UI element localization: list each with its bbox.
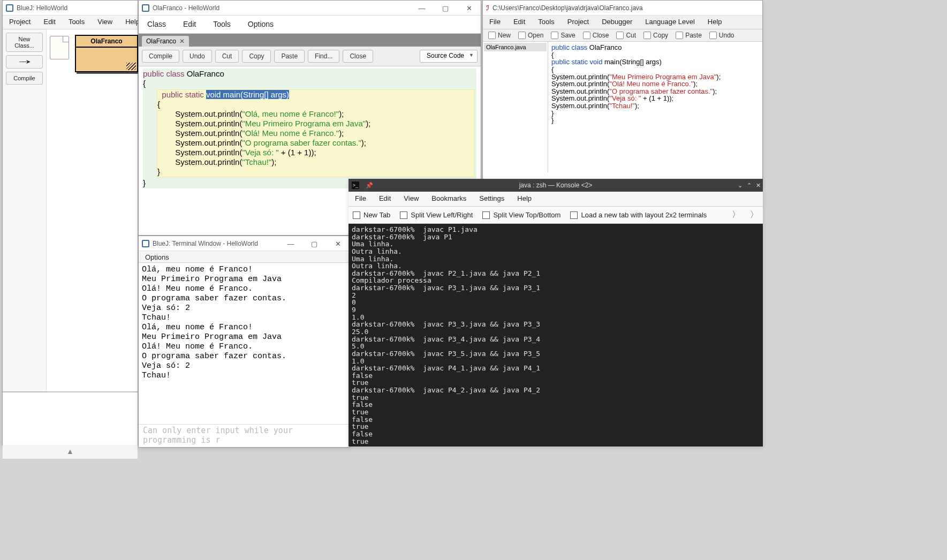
sidebar: New Class... ──➤ Compile xyxy=(3,29,47,443)
menu-view[interactable]: View xyxy=(91,16,119,29)
class-diagram-canvas[interactable]: OlaFranco xyxy=(47,29,138,443)
pin-icon[interactable]: 📌 xyxy=(366,182,373,189)
close-button[interactable]: ✕ xyxy=(756,182,761,189)
file-row[interactable]: OlaFranco.java xyxy=(484,43,547,51)
open-button[interactable]: Open xyxy=(518,32,543,39)
brace: { xyxy=(551,51,759,59)
app-icon xyxy=(142,240,149,247)
minimize-button[interactable]: — xyxy=(410,1,434,16)
menu-edit[interactable]: Edit xyxy=(37,16,62,29)
undo-button[interactable]: Undo xyxy=(709,32,734,39)
titlebar[interactable]: BlueJ: Terminal Window - HelloWorld — ▢ … xyxy=(139,236,350,251)
copy-icon xyxy=(643,32,651,39)
window-title: C:\Users\Franco\Desktop\java\drjava\OlaF… xyxy=(493,4,643,12)
menu-options[interactable]: Options xyxy=(139,251,176,262)
menubar: File Edit Tools Project Debugger Languag… xyxy=(483,16,762,29)
copy-button[interactable]: Copy xyxy=(242,50,271,63)
copy-button[interactable]: Copy xyxy=(643,32,668,39)
menu-settings[interactable]: Settings xyxy=(473,192,511,206)
menubar: Options xyxy=(139,251,350,263)
codepad[interactable] xyxy=(3,391,138,445)
close-button[interactable]: Close xyxy=(583,32,609,39)
new-tab-button[interactable]: New Tab xyxy=(353,211,390,219)
terminal-output[interactable]: darkstar-6700k% javac P1.java darkstar-6… xyxy=(349,224,763,447)
brace: { xyxy=(157,100,474,109)
label: Save xyxy=(560,32,575,39)
new-button[interactable]: New xyxy=(488,32,511,39)
menu-edit[interactable]: Edit xyxy=(507,16,532,29)
bluej-project-window: BlueJ: HelloWorld Project Edit Tools Vie… xyxy=(2,0,138,445)
menu-edit[interactable]: Edit xyxy=(175,16,204,33)
code-editor[interactable]: public class OlaFranco { public static v… xyxy=(548,42,762,172)
scissors-icon xyxy=(616,32,624,39)
close-button[interactable]: ✕ xyxy=(326,236,350,251)
split-lr-button[interactable]: Split View Left/Right xyxy=(400,211,473,219)
code-editor[interactable]: public class OlaFranco { public static v… xyxy=(139,66,481,191)
expr: + (1 + 1)); xyxy=(279,148,316,157)
split-tb-icon xyxy=(482,211,490,219)
menu-debugger[interactable]: Debugger xyxy=(595,16,639,29)
menu-project[interactable]: Project xyxy=(561,16,595,29)
menu-options[interactable]: Options xyxy=(239,16,282,33)
minimize-button[interactable]: ⌄ xyxy=(738,182,743,189)
paste-button[interactable]: Paste xyxy=(274,50,305,63)
menu-file[interactable]: File xyxy=(349,192,373,206)
minimize-button[interactable]: — xyxy=(279,236,302,251)
menu-view[interactable]: View xyxy=(397,192,425,206)
maximize-button[interactable]: ▢ xyxy=(302,236,326,251)
menu-language-level[interactable]: Language Level xyxy=(639,16,701,29)
titlebar[interactable]: >_ 📌 java : zsh — Konsole <2> ⌄ ⌃ ✕ xyxy=(349,179,763,192)
menu-help[interactable]: Help xyxy=(511,192,538,206)
grid-icon xyxy=(570,211,578,219)
menu-edit[interactable]: Edit xyxy=(373,192,397,206)
close-button[interactable]: Close xyxy=(343,50,373,63)
kw: public class xyxy=(551,43,589,51)
split-tb-button[interactable]: Split View Top/Bottom xyxy=(482,211,560,219)
compile-button[interactable]: Compile xyxy=(142,50,179,63)
save-button[interactable]: Save xyxy=(551,32,575,39)
close-button[interactable]: ✕ xyxy=(457,1,481,16)
tab-close-icon[interactable]: ✕ xyxy=(179,37,185,45)
drjava-window: ℐ C:\Users\Franco\Desktop\java\drjava\Ol… xyxy=(482,0,763,180)
menu-tools[interactable]: Tools xyxy=(204,16,239,33)
file-list[interactable]: OlaFranco.java xyxy=(483,42,548,172)
nav-next-icon[interactable]: 〉 xyxy=(750,209,759,221)
label: Copy xyxy=(653,32,668,39)
cut-button[interactable]: Cut xyxy=(215,50,239,63)
arrow-button[interactable]: ──➤ xyxy=(6,55,43,69)
sig: (String[] args) xyxy=(619,58,662,66)
menu-bookmarks[interactable]: Bookmarks xyxy=(425,192,473,206)
titlebar[interactable]: BlueJ: HelloWorld xyxy=(3,1,138,16)
maximize-button[interactable]: ▢ xyxy=(434,1,457,16)
maximize-button[interactable]: ⌃ xyxy=(747,182,752,189)
menu-tools[interactable]: Tools xyxy=(62,16,91,29)
view-mode-select[interactable]: Source Code xyxy=(420,50,478,63)
titlebar[interactable]: ℐ C:\Users\Franco\Desktop\java\drjava\Ol… xyxy=(483,1,762,16)
brace: } xyxy=(157,167,474,177)
compile-button[interactable]: Compile xyxy=(6,72,43,85)
readme-icon[interactable] xyxy=(50,36,69,59)
paste-button[interactable]: Paste xyxy=(676,32,702,39)
menu-file[interactable]: File xyxy=(483,16,507,29)
class-box-olafranco[interactable]: OlaFranco xyxy=(75,35,138,72)
layout-button[interactable]: Load a new tab with layout 2x2 terminals xyxy=(570,211,707,219)
menu-help[interactable]: Help xyxy=(701,16,729,29)
menubar: File Edit View Bookmarks Settings Help xyxy=(349,192,763,207)
nav-prev-icon[interactable]: 〉 xyxy=(732,209,740,221)
new-class-button[interactable]: New Class... xyxy=(6,33,43,52)
find-button[interactable]: Find... xyxy=(308,50,339,63)
label: Undo xyxy=(719,32,734,39)
editor-tab[interactable]: OlaFranco ✕ xyxy=(142,36,189,47)
str: "Olá! Meu nome é Franco." xyxy=(242,128,339,138)
label: Close xyxy=(593,32,609,39)
menu-class[interactable]: Class xyxy=(139,16,175,33)
titlebar[interactable]: OlaFranco - HelloWorld — ▢ ✕ xyxy=(139,1,481,16)
close-icon xyxy=(583,32,590,39)
menu-project[interactable]: Project xyxy=(3,16,37,29)
cut-button[interactable]: Cut xyxy=(616,32,636,39)
undo-button[interactable]: Undo xyxy=(183,50,212,63)
menu-tools[interactable]: Tools xyxy=(532,16,560,29)
ident: OlaFranco xyxy=(185,69,224,78)
object-bench-toggle[interactable]: ▲ xyxy=(3,443,138,459)
brace: { xyxy=(551,66,759,73)
